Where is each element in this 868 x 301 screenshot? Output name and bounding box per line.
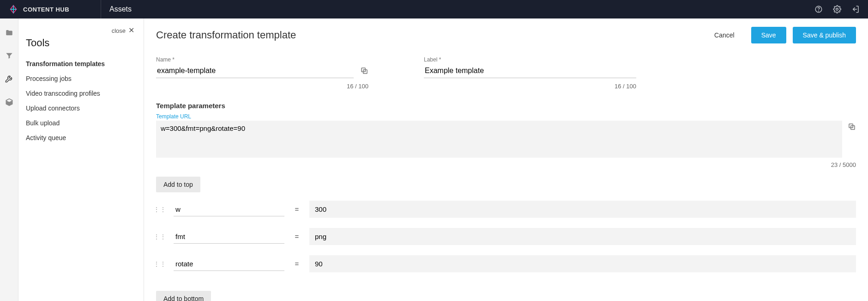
drag-handle-icon[interactable]: ⋮⋮	[156, 260, 163, 268]
equals-sign: =	[295, 233, 299, 240]
param-value-input[interactable]	[309, 228, 856, 245]
close-sidebar[interactable]: close ✕	[26, 26, 134, 35]
param-value-input[interactable]	[309, 201, 856, 218]
param-row: ⋮⋮ =	[156, 228, 856, 245]
add-to-bottom-button[interactable]: Add to bottom	[156, 291, 211, 301]
svg-point-1	[819, 11, 819, 11]
sidebar-item-video-transcoding[interactable]: Video transcoding profiles	[26, 86, 134, 101]
sidebar-item-bulk-upload[interactable]: Bulk upload	[26, 116, 134, 130]
template-url-input[interactable]	[156, 121, 842, 158]
param-row: ⋮⋮ =	[156, 255, 856, 272]
drag-handle-icon[interactable]: ⋮⋮	[156, 233, 163, 240]
filter-icon[interactable]	[5, 51, 14, 61]
equals-sign: =	[295, 205, 299, 213]
close-label: close	[112, 27, 126, 34]
sidebar: close ✕ Tools Transformation templates P…	[18, 18, 144, 301]
param-key-input[interactable]	[174, 230, 284, 244]
drag-handle-icon[interactable]: ⋮⋮	[156, 206, 163, 213]
folder-icon[interactable]	[5, 29, 14, 38]
topbar-section: Assets	[101, 5, 814, 13]
name-field-block: Name * 16 / 100	[156, 56, 368, 90]
main-header: Create transformation template Cancel Sa…	[156, 27, 856, 43]
param-key-input[interactable]	[174, 203, 284, 216]
page-title: Create transformation template	[156, 29, 698, 41]
tools-icon[interactable]	[5, 74, 14, 85]
label-label: Label *	[424, 56, 636, 63]
param-key-input[interactable]	[174, 257, 284, 271]
cancel-button[interactable]: Cancel	[704, 27, 745, 43]
save-publish-button[interactable]: Save & publish	[793, 27, 856, 43]
help-icon[interactable]	[814, 5, 823, 13]
label-field-block: Label * 16 / 100	[424, 56, 636, 90]
save-button[interactable]: Save	[751, 27, 786, 43]
topbar-actions	[814, 5, 860, 13]
copy-icon[interactable]	[360, 67, 368, 76]
gear-icon[interactable]	[833, 5, 841, 13]
add-to-top-button[interactable]: Add to top	[156, 177, 200, 192]
param-row: ⋮⋮ =	[156, 201, 856, 218]
name-counter: 16 / 100	[156, 83, 368, 90]
label-counter: 16 / 100	[424, 83, 636, 90]
logout-icon[interactable]	[851, 5, 860, 13]
sidebar-title: Tools	[26, 37, 134, 49]
equals-sign: =	[295, 260, 299, 268]
app-logo-icon	[8, 4, 18, 14]
topbar: CONTENT HUB Assets	[0, 0, 868, 18]
template-url-counter: 23 / 5000	[156, 161, 856, 168]
parameters-section-title: Template parameters	[156, 102, 856, 110]
app-name: CONTENT HUB	[23, 6, 69, 13]
label-input[interactable]	[424, 65, 636, 78]
sidebar-item-transformation-templates[interactable]: Transformation templates	[26, 56, 134, 71]
package-icon[interactable]	[5, 98, 14, 108]
sidebar-item-upload-connectors[interactable]: Upload connectors	[26, 101, 134, 116]
copy-icon[interactable]	[848, 123, 856, 132]
name-label: Name *	[156, 56, 368, 63]
svg-point-2	[836, 8, 838, 11]
name-input[interactable]	[156, 65, 354, 78]
close-icon: ✕	[128, 27, 134, 34]
sidebar-item-activity-queue[interactable]: Activity queue	[26, 130, 134, 145]
param-value-input[interactable]	[309, 255, 856, 272]
template-url-label: Template URL	[156, 113, 856, 120]
main: Create transformation template Cancel Sa…	[144, 18, 868, 301]
icon-rail	[0, 18, 18, 301]
sidebar-item-processing-jobs[interactable]: Processing jobs	[26, 71, 134, 86]
app-logo[interactable]: CONTENT HUB	[8, 4, 101, 14]
